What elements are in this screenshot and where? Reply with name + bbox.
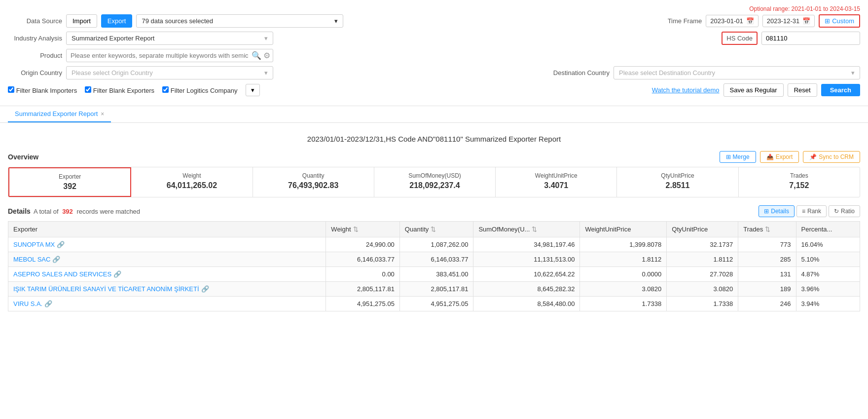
- company-link[interactable]: VIRU S.A.: [13, 300, 42, 307]
- tutorial-button[interactable]: Watch the tutorial demo: [652, 86, 720, 94]
- copy-icon[interactable]: 🔗: [201, 285, 209, 293]
- reset-button[interactable]: Reset: [788, 83, 817, 97]
- save-regular-button[interactable]: Save as Regular: [723, 83, 784, 97]
- overview-buttons: ⊞ Merge 📤 Export 📌 Sync to CRM: [720, 151, 860, 163]
- logitics-check[interactable]: [162, 86, 169, 93]
- table-cell-1-4: 1.8112: [580, 252, 667, 267]
- stat-cell-0[interactable]: Exporter392: [8, 167, 131, 197]
- copy-icon[interactable]: 🔗: [57, 241, 65, 248]
- table-cell-0-3: 34,981,197.46: [473, 237, 580, 252]
- table-cell-1-3: 11,131,513.00: [473, 252, 580, 267]
- datasource-value: 79 data sources selected: [142, 17, 213, 25]
- col-header-3[interactable]: SumOfMoney(U...⇅: [473, 222, 580, 237]
- table-cell-4-0[interactable]: VIRU S.A.🔗: [8, 297, 326, 311]
- expand-button[interactable]: ▾: [246, 84, 260, 96]
- date-from-input[interactable]: 2023-01-01 📅: [706, 15, 759, 27]
- timeframe-label: Time Frame: [662, 17, 702, 25]
- copy-icon[interactable]: 🔗: [113, 270, 121, 278]
- tab-summarized-exporter[interactable]: Summarized Exporter Report ×: [8, 106, 111, 122]
- ratio-icon: ↻: [834, 208, 839, 215]
- filter-blank-importers-checkbox[interactable]: Filter Blank Importers: [8, 86, 77, 94]
- custom-button[interactable]: ⊞ Custom: [819, 14, 860, 28]
- chevron-down-icon: ▾: [334, 17, 338, 25]
- sort-icon: ⇅: [431, 226, 436, 233]
- col-header-5[interactable]: QtyUnitPrice: [667, 222, 738, 237]
- table-cell-3-0[interactable]: IŞIK TARIM ÜRÜNLERİ SANAYİ VE TİCARET AN…: [8, 282, 326, 297]
- copy-icon[interactable]: 🔗: [52, 256, 60, 263]
- table-cell-2-0[interactable]: ASEPRO SALES AND SERVICES🔗: [8, 267, 326, 282]
- tab-close-button[interactable]: ×: [101, 111, 104, 117]
- table-cell-3-7: 3.96%: [796, 282, 860, 297]
- stat-label-1: Weight: [139, 172, 244, 179]
- table-cell-1-0[interactable]: MEBOL SAC🔗: [8, 252, 326, 267]
- blank-exporters-check[interactable]: [85, 86, 91, 93]
- destination-dropdown[interactable]: Please select Destination Country ▾: [614, 66, 860, 79]
- col-header-0[interactable]: Exporter: [8, 222, 326, 237]
- stat-label-3: SumOfMoney(USD): [382, 172, 487, 179]
- table-row: SUNOPTA MX🔗24,990.001,087,262.0034,981,1…: [8, 237, 860, 252]
- date-to-input[interactable]: 2023-12-31 📅: [762, 15, 815, 27]
- product-input-wrapper: 🔍 ⚙: [66, 49, 273, 62]
- tab-label: Summarized Exporter Report: [15, 110, 98, 117]
- details-view-label: Details: [771, 208, 789, 215]
- sync-crm-button[interactable]: 📌 Sync to CRM: [803, 151, 860, 163]
- col-header-6[interactable]: Trades⇅: [738, 222, 796, 237]
- industry-dropdown[interactable]: Summarized Exporter Report ▾: [66, 32, 273, 45]
- matched-count: 392: [62, 208, 73, 215]
- overview-title: Overview: [8, 153, 38, 161]
- table-cell-0-6: 773: [738, 237, 796, 252]
- col-header-1[interactable]: Weight⇅: [326, 222, 400, 237]
- matched-prefix: A total of: [34, 208, 59, 215]
- details-section: Details A total of 392 records were matc…: [0, 201, 868, 311]
- ratio-view-button[interactable]: ↻ Ratio: [829, 205, 860, 217]
- table-cell-0-0[interactable]: SUNOPTA MX🔗: [8, 237, 326, 252]
- excel-icon: ⊞: [825, 17, 830, 25]
- datasource-dropdown[interactable]: 79 data sources selected ▾: [136, 14, 343, 28]
- details-title: Details A total of 392 records were matc…: [8, 207, 140, 215]
- table-cell-2-2: 383,451.00: [399, 267, 473, 282]
- copy-icon[interactable]: 🔗: [44, 300, 52, 307]
- image-search-icon[interactable]: 🔍: [252, 51, 261, 60]
- camera-icon[interactable]: ⚙: [263, 51, 270, 60]
- blank-importers-check[interactable]: [8, 86, 14, 93]
- optional-range-text: Optional range: 2021-01-01 to 2024-03-15: [749, 5, 860, 12]
- import-button[interactable]: Import: [66, 14, 97, 28]
- table-cell-0-7: 16.04%: [796, 237, 860, 252]
- origin-label: Origin Country: [8, 69, 62, 76]
- table-row: ASEPRO SALES AND SERVICES🔗0.00383,451.00…: [8, 267, 860, 282]
- details-header: Details A total of 392 records were matc…: [8, 205, 860, 217]
- crm-icon: 📌: [809, 153, 817, 160]
- table-cell-3-1: 2,805,117.81: [326, 282, 400, 297]
- filter-blank-exporters-checkbox[interactable]: Filter Blank Exporters: [85, 86, 154, 94]
- export-data-button[interactable]: 📤 Export: [760, 151, 799, 163]
- company-link[interactable]: SUNOPTA MX: [13, 241, 55, 248]
- col-header-2[interactable]: Quantity⇅: [399, 222, 473, 237]
- col-header-4[interactable]: WeightUnitPrice: [580, 222, 667, 237]
- product-input[interactable]: [66, 49, 273, 62]
- hs-code-input[interactable]: [761, 32, 860, 45]
- calendar-icon2: 📅: [802, 17, 810, 25]
- merge-button[interactable]: ⊞ Merge: [720, 151, 756, 163]
- tab-bar: Summarized Exporter Report ×: [0, 106, 868, 123]
- blank-importers-label: Filter Blank Importers: [16, 87, 77, 94]
- company-link[interactable]: ASEPRO SALES AND SERVICES: [13, 270, 111, 278]
- company-link[interactable]: MEBOL SAC: [13, 256, 50, 263]
- date-from-value: 2023-01-01: [710, 17, 743, 25]
- company-link[interactable]: IŞIK TARIM ÜRÜNLERİ SANAYİ VE TİCARET AN…: [13, 285, 199, 293]
- table-cell-1-5: 1.8112: [667, 252, 738, 267]
- table-cell-4-5: 1.7338: [667, 297, 738, 311]
- stat-label-5: QtyUnitPrice: [625, 172, 730, 179]
- origin-dropdown[interactable]: Please select Origin Country ▾: [66, 66, 273, 79]
- chevron-down-icon4: ▾: [851, 69, 855, 76]
- table-cell-1-2: 6,146,033.77: [399, 252, 473, 267]
- search-button[interactable]: Search: [821, 84, 860, 96]
- filter-logitics-checkbox[interactable]: Filter Logitics Company: [162, 86, 237, 94]
- details-view-button[interactable]: ⊞ Details: [759, 205, 795, 217]
- overview-header: Overview ⊞ Merge 📤 Export 📌 Sync to CRM: [8, 151, 860, 163]
- table-cell-2-5: 27.7028: [667, 267, 738, 282]
- stats-table: Exporter392Weight64,011,265.02Quantity76…: [8, 167, 860, 197]
- export-button[interactable]: Export: [101, 14, 133, 28]
- rank-view-button[interactable]: ≡ Rank: [796, 205, 827, 217]
- col-header-7[interactable]: Percenta...: [796, 222, 860, 237]
- stat-label-2: Quantity: [261, 172, 366, 179]
